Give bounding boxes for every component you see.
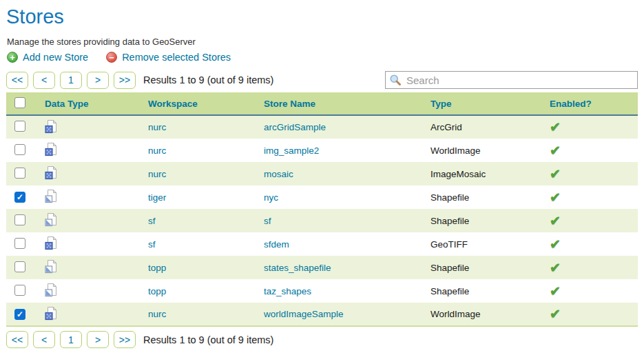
enabled-check-icon: ✔	[550, 167, 561, 181]
vector-store-icon	[45, 259, 58, 274]
enabled-check-icon: ✔	[550, 190, 561, 205]
first-page-button[interactable]: <<	[6, 72, 28, 89]
workspace-link[interactable]: nurc	[148, 145, 166, 156]
store-name-link[interactable]: sf	[264, 216, 271, 226]
top-pager-row: << < 1 > >> Results 1 to 9 (out of 9 ite…	[6, 71, 638, 89]
page-subtitle: Manage the stores providing data to GeoS…	[7, 37, 638, 47]
column-header-workspace[interactable]: Workspace	[141, 92, 256, 115]
table-row: ✓ tiger nyc Shapefile ✔	[6, 185, 638, 209]
store-type: ImageMosaic	[423, 162, 542, 185]
first-page-button[interactable]: <<	[6, 331, 28, 348]
workspace-link[interactable]: tiger	[148, 192, 166, 203]
remove-icon: −	[106, 52, 117, 63]
add-icon: +	[7, 52, 18, 63]
store-name-link[interactable]: states_shapefile	[264, 263, 331, 273]
enabled-check-icon: ✔	[550, 237, 561, 252]
workspace-link[interactable]: topp	[148, 286, 166, 296]
select-all-checkbox[interactable]	[14, 97, 25, 108]
row-checkbox[interactable]	[14, 285, 25, 296]
add-new-store-link[interactable]: + Add new Store	[7, 52, 88, 63]
workspace-link[interactable]: nurc	[148, 309, 166, 319]
column-header-store-name[interactable]: Store Name	[256, 92, 423, 115]
workspace-link[interactable]: nurc	[148, 169, 166, 179]
last-page-button[interactable]: >>	[114, 72, 136, 89]
table-row: ✓ nurc worldImageSample WorldImage ✔	[6, 303, 638, 326]
row-checkbox[interactable]	[14, 261, 25, 272]
raster-store-icon	[45, 306, 58, 321]
results-summary: Results 1 to 9 (out of 9 items)	[143, 74, 273, 85]
bottom-pager: << < 1 > >>	[6, 331, 136, 348]
row-checkbox[interactable]: ✓	[14, 309, 25, 320]
table-row: nurc arcGridSample ArcGrid ✔	[6, 115, 638, 139]
raster-store-icon	[45, 119, 58, 134]
action-links: + Add new Store − Remove selected Stores	[7, 52, 638, 63]
bottom-pager-row: << < 1 > >> Results 1 to 9 (out of 9 ite…	[6, 331, 638, 348]
prev-page-button[interactable]: <	[33, 331, 55, 348]
store-type: Shapefile	[423, 279, 542, 303]
store-type: ArcGrid	[423, 115, 542, 139]
store-type: Shapefile	[423, 185, 542, 209]
row-checkbox[interactable]	[14, 214, 25, 225]
workspace-link[interactable]: sf	[148, 216, 156, 226]
table-row: nurc img_sample2 WorldImage ✔	[6, 139, 638, 162]
add-new-store-label: Add new Store	[23, 52, 88, 63]
store-name-link[interactable]: sfdem	[264, 239, 289, 250]
workspace-link[interactable]: topp	[148, 263, 166, 273]
search-box	[385, 71, 638, 89]
enabled-check-icon: ✔	[550, 120, 561, 134]
workspace-link[interactable]: nurc	[148, 122, 166, 132]
column-header-type[interactable]: Type	[423, 92, 542, 115]
raster-store-icon	[45, 236, 58, 250]
store-type: Shapefile	[423, 209, 542, 232]
column-header-data-type[interactable]: Data Type	[37, 92, 141, 115]
row-checkbox[interactable]	[14, 168, 25, 179]
top-pager: << < 1 > >>	[6, 72, 136, 89]
store-name-link[interactable]: worldImageSample	[264, 309, 344, 319]
store-type: Shapefile	[423, 256, 542, 279]
next-page-button[interactable]: >	[87, 72, 109, 89]
store-name-link[interactable]: img_sample2	[264, 145, 319, 156]
table-row: sf sfdem GeoTIFF ✔	[6, 232, 638, 256]
stores-page: Stores Manage the stores providing data …	[0, 0, 644, 348]
raster-store-icon	[45, 165, 58, 180]
workspace-link[interactable]: sf	[148, 239, 156, 250]
raster-store-icon	[45, 142, 58, 157]
vector-store-icon	[45, 212, 58, 227]
remove-selected-stores-link[interactable]: − Remove selected Stores	[106, 52, 231, 63]
enabled-check-icon: ✔	[550, 214, 561, 228]
row-checkbox[interactable]	[14, 144, 25, 155]
store-type: WorldImage	[423, 303, 542, 326]
store-type: WorldImage	[423, 139, 542, 162]
table-header-row: Data Type Workspace Store Name Type Enab…	[6, 92, 638, 115]
page-number-button[interactable]: 1	[60, 331, 82, 348]
search-input[interactable]	[385, 71, 638, 89]
store-name-link[interactable]: taz_shapes	[264, 286, 311, 296]
results-summary: Results 1 to 9 (out of 9 items)	[143, 334, 273, 345]
vector-store-icon	[45, 283, 58, 297]
store-name-link[interactable]: arcGridSample	[264, 122, 326, 132]
enabled-check-icon: ✔	[550, 284, 561, 299]
search-icon	[389, 74, 402, 86]
store-type: GeoTIFF	[423, 232, 542, 256]
table-row: topp states_shapefile Shapefile ✔	[6, 256, 638, 279]
page-title: Stores	[6, 6, 638, 28]
row-checkbox[interactable]	[14, 121, 25, 132]
enabled-check-icon: ✔	[550, 143, 561, 158]
next-page-button[interactable]: >	[87, 331, 109, 348]
vector-store-icon	[45, 189, 58, 203]
row-checkbox[interactable]	[14, 238, 25, 249]
table-row: sf sf Shapefile ✔	[6, 209, 638, 232]
row-checkbox[interactable]: ✓	[14, 192, 25, 203]
enabled-check-icon: ✔	[550, 307, 561, 321]
prev-page-button[interactable]: <	[33, 72, 55, 89]
column-header-enabled[interactable]: Enabled?	[542, 92, 638, 115]
last-page-button[interactable]: >>	[114, 331, 136, 348]
stores-table-body: nurc arcGridSample ArcGrid ✔ nurc i	[6, 115, 638, 326]
page-number-button[interactable]: 1	[60, 72, 82, 89]
table-row: nurc mosaic ImageMosaic ✔	[6, 162, 638, 185]
store-name-link[interactable]: nyc	[264, 192, 278, 203]
store-name-link[interactable]: mosaic	[264, 169, 293, 179]
table-row: topp taz_shapes Shapefile ✔	[6, 279, 638, 303]
stores-table: Data Type Workspace Store Name Type Enab…	[6, 92, 638, 327]
remove-selected-stores-label: Remove selected Stores	[122, 52, 231, 63]
